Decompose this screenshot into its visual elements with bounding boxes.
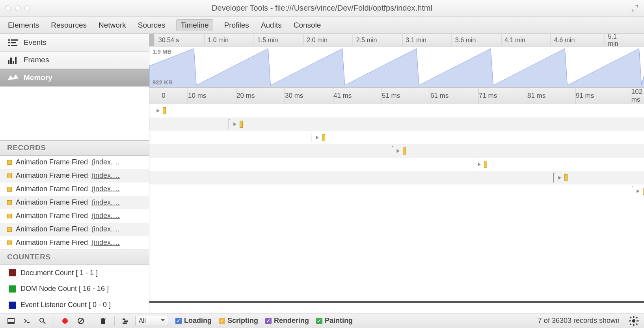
record-source[interactable]: (index.… <box>91 158 120 166</box>
zoom-window-button[interactable] <box>24 6 30 11</box>
record-source[interactable]: (index.… <box>91 212 120 220</box>
scripting-bar <box>240 121 243 128</box>
scripting-marker-icon <box>7 187 12 192</box>
svg-rect-2 <box>8 42 10 43</box>
record-source[interactable]: (index.… <box>91 198 120 206</box>
scripting-bar <box>643 188 644 195</box>
record-source[interactable]: (index.… <box>91 225 120 233</box>
filter-select[interactable]: All <box>135 316 168 326</box>
minimize-window-button[interactable] <box>15 6 20 11</box>
view-frames[interactable]: Frames <box>0 52 149 69</box>
detail-tick: 20 ms <box>236 88 255 104</box>
svg-point-14 <box>62 318 68 324</box>
record-label: Animation Frame Fired <box>16 239 88 246</box>
record-source[interactable]: (index.… <box>91 171 120 179</box>
counter-baseline <box>149 301 644 303</box>
timeline-event[interactable] <box>156 107 166 114</box>
timeline-event[interactable] <box>473 160 487 169</box>
filter-rendering[interactable]: ✓Rendering <box>265 317 309 325</box>
detail-ruler[interactable]: 010 ms20 ms30 ms41 ms51 ms61 ms71 ms81 m… <box>149 88 644 104</box>
tab-profiles[interactable]: Profiles <box>223 19 250 31</box>
scripting-marker-icon <box>7 214 12 218</box>
glue-async-button[interactable] <box>119 316 132 326</box>
svg-rect-25 <box>629 320 631 321</box>
detail-tick: 30 ms <box>285 88 303 104</box>
svg-rect-26 <box>637 320 639 321</box>
svg-rect-1 <box>11 39 18 41</box>
filter-scripting[interactable]: ✓Scripting <box>219 317 258 325</box>
memory-overview-chart[interactable]: 1.9 MB 922 KB <box>149 47 644 88</box>
lane <box>149 117 644 131</box>
tab-console[interactable]: Console <box>293 19 322 31</box>
counter-document[interactable]: Document Count [ 1 - 1 ] <box>0 265 149 281</box>
timeline-event[interactable] <box>229 119 243 129</box>
chevron-right-icon <box>396 149 400 153</box>
status-text: 7 of 36303 records shown <box>538 317 620 325</box>
view-events[interactable]: Events <box>0 34 149 52</box>
clear-button[interactable] <box>74 316 87 326</box>
record-source[interactable]: (index.… <box>91 185 120 193</box>
detail-tick: 81 ms <box>527 88 545 104</box>
scripting-bar <box>163 107 166 114</box>
svg-rect-28 <box>636 323 638 325</box>
tab-elements[interactable]: Elements <box>7 19 40 31</box>
filter-painting[interactable]: ✓Painting <box>316 317 353 325</box>
tab-audits[interactable]: Audits <box>260 19 283 31</box>
settings-button[interactable] <box>628 316 639 326</box>
console-drawer-button[interactable] <box>20 316 33 326</box>
record-label: Animation Frame Fired <box>16 171 88 179</box>
record-row[interactable]: Animation Frame Fired (index.… <box>0 223 149 236</box>
tab-timeline[interactable]: Timeline <box>176 19 213 31</box>
bracket-icon <box>311 133 313 142</box>
record-row[interactable]: Animation Frame Fired (index.… <box>0 156 149 169</box>
overview-tick: 30.54 s <box>155 34 179 46</box>
expand-icon[interactable] <box>631 5 638 12</box>
bottom-toolbar: All ✓Loading ✓Scripting ✓Rendering ✓Pain… <box>0 313 644 328</box>
search-button[interactable] <box>36 316 49 326</box>
lane <box>149 171 644 184</box>
record-row[interactable]: Animation Frame Fired (index.… <box>0 196 149 209</box>
svg-rect-23 <box>633 316 635 318</box>
svg-rect-12 <box>27 322 30 323</box>
detail-tick: 0 <box>158 88 165 104</box>
chevron-right-icon <box>477 162 482 167</box>
record-row[interactable]: Animation Frame Fired (index.… <box>0 183 149 196</box>
timeline-event[interactable] <box>311 133 325 142</box>
counter-label: Document Count [ 1 - 1 ] <box>20 269 98 277</box>
filter-label: Painting <box>325 317 353 325</box>
filter-loading[interactable]: ✓Loading <box>175 317 212 325</box>
check-icon: ✓ <box>219 318 225 324</box>
bracket-icon <box>553 173 555 183</box>
svg-rect-4 <box>8 45 10 46</box>
record-label: Animation Frame Fired <box>16 225 88 233</box>
view-label: Events <box>24 38 47 47</box>
counter-event-listeners[interactable]: Event Listener Count [ 0 - 0 ] <box>0 297 149 313</box>
svg-rect-5 <box>11 45 17 46</box>
record-button[interactable] <box>59 316 71 326</box>
counters-header: COUNTERS <box>0 250 149 265</box>
dock-button[interactable] <box>5 316 17 326</box>
counters-chart <box>149 198 644 313</box>
record-row[interactable]: Animation Frame Fired (index.… <box>0 169 149 183</box>
close-window-button[interactable] <box>6 6 11 11</box>
overview-ruler[interactable]: 30.54 s1.0 min1.5 min2.0 min2.5 min3.1 m… <box>149 34 644 47</box>
collect-garbage-button[interactable] <box>97 316 110 326</box>
timeline-event[interactable] <box>392 146 406 156</box>
tab-resources[interactable]: Resources <box>50 19 87 31</box>
tab-sources[interactable]: Sources <box>137 19 166 31</box>
tab-network[interactable]: Network <box>98 19 127 31</box>
record-row[interactable]: Animation Frame Fired (index.… <box>0 209 149 223</box>
counter-dom-nodes[interactable]: DOM Node Count [ 16 - 16 ] <box>0 281 149 297</box>
view-label: Memory <box>24 73 52 82</box>
scripting-marker-icon <box>7 160 12 165</box>
view-memory[interactable]: Memory <box>0 69 149 87</box>
detail-tick: 102 ms <box>631 88 642 104</box>
timeline-event[interactable] <box>632 186 644 196</box>
record-source[interactable]: (index.… <box>91 239 120 246</box>
svg-rect-8 <box>13 61 14 64</box>
traffic-lights <box>6 6 30 11</box>
record-row[interactable]: Animation Frame Fired (index.… <box>0 236 149 250</box>
svg-rect-18 <box>102 318 104 319</box>
titlebar: Developer Tools - file:///Users/vince/De… <box>0 0 644 17</box>
timeline-event[interactable] <box>553 173 568 183</box>
